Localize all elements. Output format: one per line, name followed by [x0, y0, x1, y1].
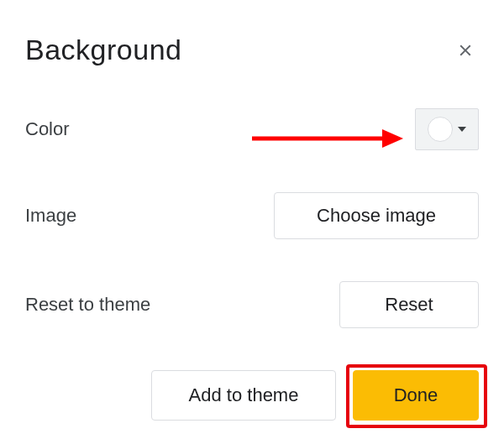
color-swatch — [428, 117, 453, 142]
dialog-footer: Add to theme Done — [25, 370, 479, 421]
background-dialog: Background Color Image Choose image Rese… — [0, 0, 504, 439]
choose-image-button[interactable]: Choose image — [274, 192, 479, 239]
dialog-header: Background — [25, 34, 479, 66]
close-button[interactable] — [452, 37, 479, 64]
done-button[interactable]: Done — [353, 370, 479, 421]
row-image: Image Choose image — [25, 192, 479, 239]
label-color: Color — [25, 118, 70, 140]
color-picker[interactable] — [415, 108, 479, 150]
row-color: Color — [25, 108, 479, 150]
add-to-theme-button[interactable]: Add to theme — [151, 370, 336, 421]
reset-button[interactable]: Reset — [339, 281, 479, 328]
dialog-title: Background — [25, 34, 181, 66]
chevron-down-icon — [458, 127, 466, 132]
close-icon — [456, 41, 475, 60]
label-image: Image — [25, 205, 76, 227]
label-reset: Reset to theme — [25, 294, 150, 316]
row-reset: Reset to theme Reset — [25, 281, 479, 328]
